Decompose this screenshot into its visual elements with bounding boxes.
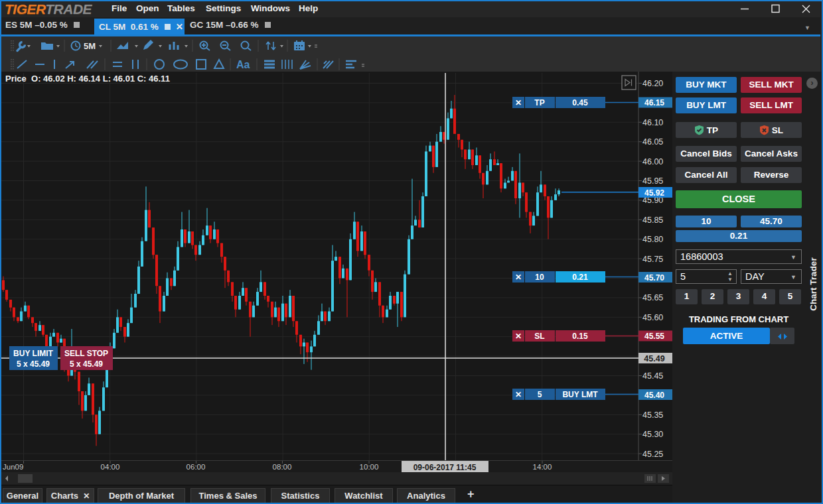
svg-text:5 x 45.49: 5 x 45.49 — [70, 359, 103, 369]
svg-text:✕: ✕ — [515, 273, 522, 282]
svg-text:45.60: 45.60 — [642, 313, 663, 322]
svg-text:TP: TP — [534, 98, 544, 107]
svg-text:46.00: 46.00 — [642, 157, 663, 166]
svg-text:04:00: 04:00 — [101, 463, 120, 471]
svg-text:09-06-2017 11:45: 09-06-2017 11:45 — [413, 463, 477, 472]
svg-text:Price O: 46.02 H: 46.14 L: 46: Price O: 46.02 H: 46.14 L: 46.01 C: 46.1… — [5, 74, 170, 84]
svg-text:45.40: 45.40 — [644, 391, 664, 400]
svg-text:45.92: 45.92 — [644, 188, 664, 198]
svg-text:BUY LMT: BUY LMT — [562, 390, 598, 399]
svg-text:5: 5 — [538, 390, 542, 399]
svg-text:45.45: 45.45 — [642, 371, 663, 381]
svg-text:45.75: 45.75 — [642, 255, 663, 264]
svg-text:5M: 5M — [84, 41, 96, 51]
svg-text:BUY LIMIT: BUY LIMIT — [13, 349, 53, 358]
svg-text:SL: SL — [534, 332, 544, 341]
svg-text:45.49: 45.49 — [644, 354, 664, 363]
svg-text:46.05: 46.05 — [642, 137, 663, 147]
svg-text:08:00: 08:00 — [273, 463, 292, 471]
svg-text:5 x 45.49: 5 x 45.49 — [17, 359, 50, 369]
svg-text:45.85: 45.85 — [642, 216, 663, 225]
svg-text:10: 10 — [535, 273, 544, 282]
svg-text:0.15: 0.15 — [572, 332, 588, 341]
svg-text:0.45: 0.45 — [572, 98, 588, 107]
svg-text:✕: ✕ — [515, 98, 522, 107]
svg-text:45.30: 45.30 — [642, 430, 663, 439]
svg-text:45.35: 45.35 — [642, 410, 663, 420]
svg-text:45.95: 45.95 — [642, 176, 663, 186]
svg-text:46.15: 46.15 — [644, 98, 664, 107]
svg-text:14:00: 14:00 — [533, 463, 552, 471]
svg-text:✕: ✕ — [515, 390, 522, 399]
svg-text:10:00: 10:00 — [360, 463, 379, 471]
svg-text:45.55: 45.55 — [644, 332, 664, 341]
svg-text:✕: ✕ — [515, 332, 522, 341]
svg-text:0.21: 0.21 — [572, 273, 588, 282]
svg-text:46.20: 46.20 — [642, 79, 663, 88]
svg-text:45.70: 45.70 — [644, 273, 664, 283]
svg-text:Aa: Aa — [236, 59, 250, 70]
svg-text:SELL STOP: SELL STOP — [64, 349, 108, 358]
svg-text:46.10: 46.10 — [642, 118, 663, 127]
svg-text:Jun09: Jun09 — [3, 463, 23, 471]
svg-text:45.80: 45.80 — [642, 235, 663, 244]
svg-text:45.65: 45.65 — [642, 293, 663, 302]
svg-text:06:00: 06:00 — [187, 463, 206, 471]
svg-text:45.25: 45.25 — [642, 450, 663, 459]
